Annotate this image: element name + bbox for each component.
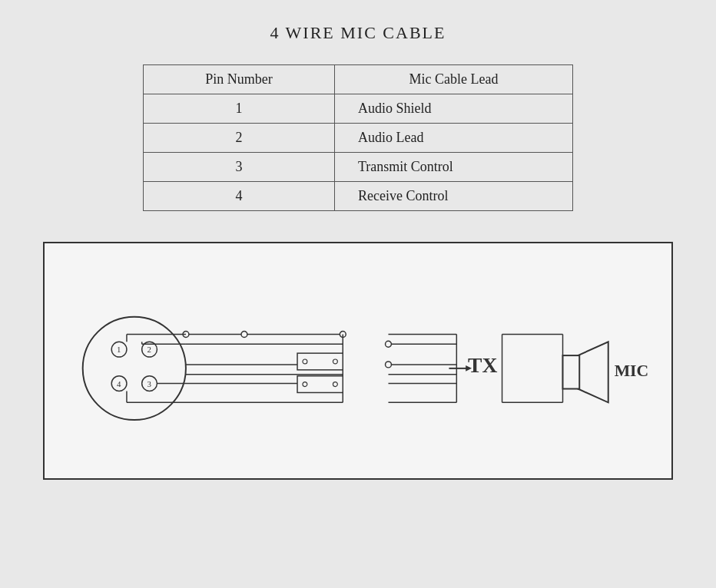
table-row: 4Receive Control xyxy=(144,182,573,211)
svg-text:2: 2 xyxy=(148,345,151,354)
svg-point-36 xyxy=(386,341,392,347)
svg-rect-27 xyxy=(297,376,343,393)
svg-text:MIC: MIC xyxy=(615,362,649,380)
col-header-pin: Pin Number xyxy=(144,65,335,94)
pin-number-cell: 1 xyxy=(144,94,335,124)
svg-text:4: 4 xyxy=(117,379,121,388)
table-row: 2Audio Lead xyxy=(144,124,573,153)
wiring-diagram: 1 2 3 4 xyxy=(43,242,673,480)
svg-marker-46 xyxy=(578,342,608,402)
svg-point-11 xyxy=(241,332,247,338)
svg-text:1: 1 xyxy=(117,345,121,354)
pin-number-cell: 3 xyxy=(144,153,335,182)
pin-table-container: Pin Number Mic Cable Lead 1Audio Shield2… xyxy=(143,64,573,211)
svg-rect-47 xyxy=(563,355,580,388)
pin-number-cell: 4 xyxy=(144,182,335,211)
lead-name-cell: Transmit Control xyxy=(335,153,573,182)
lead-name-cell: Audio Lead xyxy=(335,124,573,153)
lead-name-cell: Audio Shield xyxy=(335,94,573,124)
page-title: 4 WIRE MIC CABLE xyxy=(270,23,446,43)
svg-text:TX: TX xyxy=(468,353,497,377)
diagram-svg: 1 2 3 4 xyxy=(45,243,671,478)
svg-point-0 xyxy=(83,317,186,420)
col-header-lead: Mic Cable Lead xyxy=(335,65,573,94)
svg-text:3: 3 xyxy=(148,379,151,388)
table-row: 1Audio Shield xyxy=(144,94,573,124)
pin-number-cell: 2 xyxy=(144,124,335,153)
svg-rect-24 xyxy=(297,353,343,370)
table-row: 3Transmit Control xyxy=(144,153,573,182)
pin-table: Pin Number Mic Cable Lead 1Audio Shield2… xyxy=(143,64,573,211)
lead-name-cell: Receive Control xyxy=(335,182,573,211)
svg-point-37 xyxy=(386,362,392,368)
